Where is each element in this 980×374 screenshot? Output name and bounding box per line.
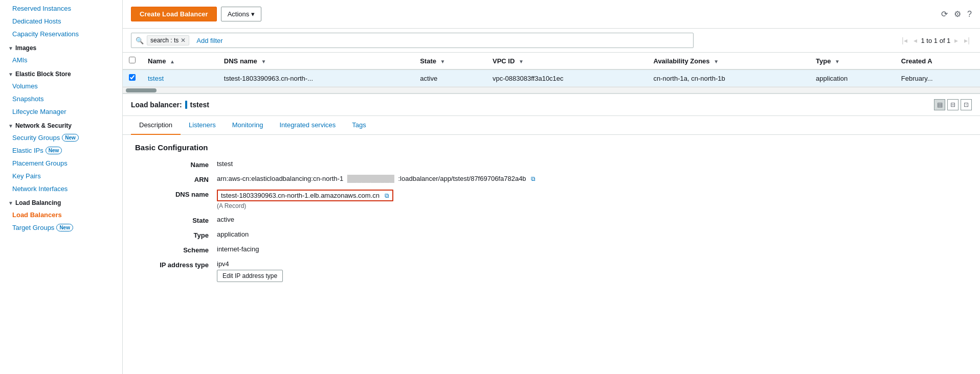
search-icon: 🔍: [136, 37, 144, 44]
prev-page-button[interactable]: ◂: [911, 35, 919, 45]
horizontal-scrollbar[interactable]: [123, 87, 980, 94]
gear-icon[interactable]: ⚙: [954, 9, 961, 19]
state-column-header: State ▼: [414, 53, 486, 69]
field-row-scheme: Scheme internet-facing: [135, 245, 968, 254]
sidebar-item-target-groups[interactable]: Target Groups New: [0, 221, 122, 234]
dns-name-value: tstest-1803390963.cn-north-1.elb.amazona…: [221, 192, 380, 199]
field-label-dns-name: DNS name: [135, 190, 217, 198]
split-view-icon[interactable]: ⊟: [947, 99, 959, 110]
sidebar-item-placement-groups[interactable]: Placement Groups: [0, 157, 122, 170]
sidebar-item-key-pairs[interactable]: Key Pairs: [0, 170, 122, 182]
sidebar-item-label: Snapshots: [12, 95, 43, 103]
sidebar-item-security-groups[interactable]: Security Groups New: [0, 131, 122, 144]
type-column-header: Type ▼: [810, 53, 895, 69]
sidebar-item-elastic-ips[interactable]: Elastic IPs New: [0, 144, 122, 157]
copy-dns-icon[interactable]: ⧉: [385, 192, 389, 199]
row-checkbox[interactable]: [129, 74, 136, 81]
sidebar-item-label: Dedicated Hosts: [12, 17, 61, 25]
field-row-state: State active: [135, 216, 968, 224]
sidebar-item-capacity-reservations[interactable]: Capacity Reservations: [0, 28, 122, 40]
detail-title: Load balancer: tstest: [131, 101, 209, 109]
sidebar-item-network-interfaces[interactable]: Network Interfaces: [0, 182, 122, 195]
add-filter-button[interactable]: Add filter: [196, 37, 222, 44]
tab-tags[interactable]: Tags: [344, 116, 374, 135]
first-page-button[interactable]: |◂: [900, 35, 909, 45]
load-balancer-icon: [185, 101, 187, 109]
sidebar-item-load-balancers[interactable]: Load Balancers: [0, 208, 122, 221]
row-created-cell: February...: [895, 69, 980, 87]
vpc-id-column-header: VPC ID ▼: [486, 53, 647, 69]
select-all-checkbox[interactable]: [129, 57, 136, 63]
scroll-thumb[interactable]: [126, 88, 157, 92]
field-value-type: application: [217, 230, 968, 238]
sidebar-section-label: Network & Security: [15, 122, 72, 129]
sidebar-section-images[interactable]: ▼ Images: [0, 40, 122, 54]
field-label-arn: ARN: [135, 175, 217, 183]
field-label-ip-address-type: IP address type: [135, 260, 217, 269]
actions-button[interactable]: Actions ▾: [221, 7, 262, 21]
table-row[interactable]: tstest tstest-1803390963.cn-north-... ac…: [123, 69, 980, 87]
sidebar: Reserved Instances Dedicated Hosts Capac…: [0, 0, 123, 374]
sidebar-item-label: Key Pairs: [12, 172, 41, 180]
sidebar-item-snapshots[interactable]: Snapshots: [0, 92, 122, 105]
main-content: Create Load Balancer Actions ▾ ⟳ ⚙ ? 🔍 s…: [123, 0, 980, 374]
chevron-down-icon: ▼: [8, 45, 13, 51]
row-checkbox-cell: [123, 69, 142, 87]
created-column-header: Created A: [895, 53, 980, 69]
az-column-header: Availability Zones ▼: [647, 53, 810, 69]
detail-panel: Load balancer: tstest ▤ ⊟ ⊡ Description …: [123, 94, 980, 374]
edit-ip-address-type-button[interactable]: Edit IP address type: [217, 270, 283, 282]
grid-view-icon[interactable]: ⊡: [961, 99, 972, 110]
sort-arrow-icon: ▼: [714, 59, 719, 64]
sidebar-item-label: Lifecycle Manager: [12, 108, 66, 115]
sort-arrow-icon: ▼: [519, 59, 524, 64]
row-dns-cell: tstest-1803390963.cn-north-...: [218, 69, 414, 87]
list-view-icon[interactable]: ▤: [934, 99, 945, 110]
field-row-ip-address-type: IP address type ipv4 Edit IP address typ…: [135, 260, 968, 282]
sidebar-item-label: Target Groups: [12, 224, 54, 231]
arn-suffix: :loadbalancer/app/tstest/87f69706fa782a4…: [398, 175, 526, 182]
tab-listeners[interactable]: Listeners: [181, 116, 224, 135]
row-name-cell: tstest: [142, 69, 218, 87]
sort-arrow-icon: ▼: [261, 59, 266, 64]
sidebar-section-ebs[interactable]: ▼ Elastic Block Store: [0, 66, 122, 80]
field-value-ip-address-type: ipv4 Edit IP address type: [217, 260, 968, 282]
sidebar-item-dedicated-hosts[interactable]: Dedicated Hosts: [0, 15, 122, 28]
help-icon[interactable]: ?: [967, 10, 972, 19]
sidebar-item-volumes[interactable]: Volumes: [0, 80, 122, 92]
sidebar-item-label: Network Interfaces: [12, 185, 68, 193]
sidebar-item-reserved-instances[interactable]: Reserved Instances: [0, 2, 122, 15]
sidebar-section-label: Images: [15, 44, 36, 52]
next-page-button[interactable]: ▸: [952, 35, 960, 45]
last-page-button[interactable]: ▸|: [962, 35, 972, 45]
field-row-arn: ARN arn:aws-cn:elasticloadbalancing:cn-n…: [135, 175, 968, 183]
field-row-name: Name tstest: [135, 160, 968, 169]
toolbar: Create Load Balancer Actions ▾ ⟳ ⚙ ?: [123, 0, 980, 29]
sidebar-item-amis[interactable]: AMIs: [0, 54, 122, 66]
load-balancer-name-link[interactable]: tstest: [148, 75, 164, 82]
tab-integrated-services[interactable]: Integrated services: [271, 116, 344, 135]
create-load-balancer-button[interactable]: Create Load Balancer: [131, 7, 217, 21]
sidebar-section-load-balancing[interactable]: ▼ Load Balancing: [0, 195, 122, 208]
sidebar-item-lifecycle-manager[interactable]: Lifecycle Manager: [0, 105, 122, 118]
tab-monitoring[interactable]: Monitoring: [224, 116, 272, 135]
detail-content: Basic Configuration Name tstest ARN arn:…: [123, 135, 980, 296]
field-value-name: tstest: [217, 160, 968, 168]
sidebar-section-label: Elastic Block Store: [15, 71, 71, 78]
sort-arrow-icon: ▼: [835, 59, 840, 64]
detail-title-name: tstest: [190, 101, 209, 109]
sidebar-section-network[interactable]: ▼ Network & Security: [0, 118, 122, 131]
field-row-type: Type application: [135, 230, 968, 239]
load-balancers-table: Name ▲ DNS name ▼ State ▼ VPC ID ▼ Avail…: [123, 53, 980, 87]
search-input-wrapper: 🔍 search : ts ✕ Add filter: [131, 33, 694, 48]
remove-filter-icon[interactable]: ✕: [181, 37, 186, 44]
search-tag: search : ts ✕: [147, 35, 189, 45]
name-column-header: Name ▲: [142, 53, 218, 69]
refresh-icon[interactable]: ⟳: [941, 9, 948, 19]
arn-blurred: ██████████: [347, 175, 394, 182]
detail-header: Load balancer: tstest ▤ ⊟ ⊡: [123, 94, 980, 116]
ip-address-type-value: ipv4: [217, 260, 968, 268]
tab-description[interactable]: Description: [131, 116, 181, 135]
copy-arn-icon[interactable]: ⧉: [531, 175, 536, 182]
sidebar-item-label: Elastic IPs: [12, 147, 43, 154]
